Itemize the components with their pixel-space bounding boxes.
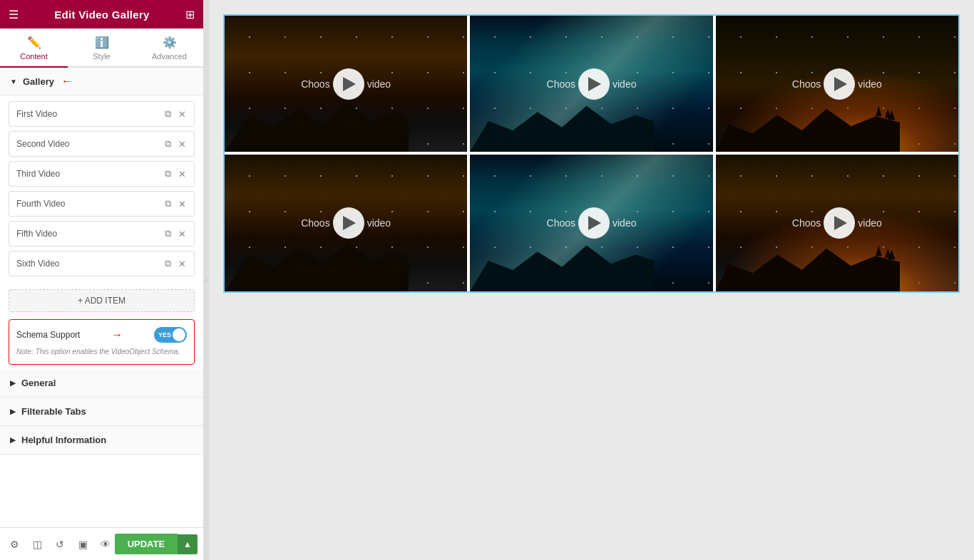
schema-arrow-icon: → [111,328,123,341]
video-text-6: video [858,217,881,229]
settings-icon[interactable]: ⚙ [6,536,23,553]
style-tab-label: Style [93,52,110,61]
canvas-area: Choos video Choos video [209,0,974,560]
video-cell-6[interactable]: Choos video [716,155,958,291]
video-cell-4[interactable]: Choos video [225,155,467,291]
schema-toggle[interactable]: YES [154,327,187,343]
gallery-item-5-delete-btn[interactable]: ✕ [175,227,190,241]
filterable-arrow-icon: ▶ [10,408,16,415]
update-button[interactable]: UPDATE [115,534,178,554]
advanced-tab-label: Advanced [152,52,187,61]
video-grid: Choos video Choos video [223,14,960,293]
add-item-label: + ADD ITEM [78,296,125,306]
play-btn-6[interactable] [824,207,855,239]
gallery-item-5-label: Fifth Video [14,229,161,239]
bottom-bar: ⚙ ◫ ↺ ▣ 👁 UPDATE ▲ [0,527,203,560]
gallery-item-6: Sixth Video ⧉ ✕ [9,251,195,276]
video-text-2: video [612,78,636,90]
filterable-label: Filterable Tabs [21,406,86,417]
gallery-item-2-copy-btn[interactable]: ⧉ [161,137,175,151]
gallery-item-5: Fifth Video ⧉ ✕ [9,221,195,247]
video-overlay-3: Choos video [716,16,958,152]
menu-icon[interactable]: ☰ [9,8,19,21]
general-label: General [21,378,56,388]
advanced-tab-icon: ⚙️ [163,36,177,49]
toggle-yes-label: YES [158,331,171,338]
history-icon[interactable]: ↺ [51,536,68,553]
tab-style[interactable]: ℹ️ Style [68,28,135,68]
play-triangle-5 [588,216,601,230]
video-overlay-1: Choos video [225,16,467,152]
play-btn-5[interactable] [578,207,610,239]
video-overlay-5: Choos video [470,155,712,291]
gallery-section-header[interactable]: ▼ Gallery ← [0,68,203,95]
gallery-item-2-delete-btn[interactable]: ✕ [175,138,190,151]
main-content: Choos video Choos video [209,0,974,560]
gallery-item-3-copy-btn[interactable]: ⧉ [161,167,175,181]
content-tab-label: Content [20,52,48,61]
choose-text-6: Choos [792,217,821,229]
bottom-bar-icons: ⚙ ◫ ↺ ▣ 👁 [6,536,114,553]
video-text-4: video [367,217,391,229]
play-btn-3[interactable] [824,68,855,100]
video-text-5: video [612,217,636,229]
general-section[interactable]: ▶ General [0,369,203,398]
video-text-3: video [858,78,881,90]
play-triangle-3 [834,77,847,91]
schema-section: Schema Support → YES Note: This option e… [9,319,195,365]
panel-tabs: ✏️ Content ℹ️ Style ⚙️ Advanced [0,28,203,68]
video-text-1: video [367,78,391,90]
gallery-item-1: First Video ⧉ ✕ [9,101,195,127]
update-dropdown-button[interactable]: ▲ [178,534,198,554]
grid-icon[interactable]: ⊞ [185,8,195,21]
play-btn-4[interactable] [333,207,364,239]
left-panel: ☰ Edit Video Gallery ⊞ ✏️ Content ℹ️ Sty… [0,0,203,560]
choose-text-3: Choos [792,78,821,90]
gallery-item-3-delete-btn[interactable]: ✕ [175,167,190,181]
helpful-label: Helpful Information [21,435,106,445]
gallery-item-6-delete-btn[interactable]: ✕ [175,257,190,271]
gallery-item-6-copy-btn[interactable]: ⧉ [161,256,175,271]
gallery-item-1-copy-btn[interactable]: ⧉ [161,107,175,121]
video-cell-5[interactable]: Choos video [470,155,712,291]
panel-title: Edit Video Gallery [54,9,150,21]
gallery-item-4-copy-btn[interactable]: ⧉ [161,197,175,211]
gallery-section-label: Gallery [23,76,54,87]
choose-text-2: Choos [547,78,575,90]
style-tab-icon: ℹ️ [95,36,109,49]
choose-text-4: Choos [301,217,329,229]
filterable-tabs-section[interactable]: ▶ Filterable Tabs [0,398,203,426]
video-cell-2[interactable]: Choos video [470,16,712,152]
play-btn-2[interactable] [578,68,610,100]
general-arrow-icon: ▶ [10,379,16,387]
add-item-button[interactable]: + ADD ITEM [9,289,195,312]
helpful-arrow-icon: ▶ [10,436,16,444]
eye-icon[interactable]: 👁 [97,536,114,553]
panel-body: ▼ Gallery ← First Video ⧉ ✕ Second Video… [0,68,203,527]
gallery-item-5-copy-btn[interactable]: ⧉ [161,227,175,241]
gallery-item-4-delete-btn[interactable]: ✕ [175,197,190,211]
content-tab-icon: ✏️ [27,36,41,49]
gallery-item-2-label: Second Video [14,139,161,149]
tab-advanced[interactable]: ⚙️ Advanced [135,28,203,68]
resize-handle[interactable]: · · · [203,0,209,560]
play-btn-1[interactable] [333,68,364,100]
gallery-item-1-delete-btn[interactable]: ✕ [175,108,190,121]
choose-text-1: Choos [301,78,329,90]
toggle-thumb [173,328,185,341]
helpful-info-section[interactable]: ▶ Helpful Information [0,426,203,455]
play-triangle-4 [343,216,356,230]
video-cell-1[interactable]: Choos video [225,16,467,152]
gallery-item-4: Fourth Video ⧉ ✕ [9,191,195,217]
video-cell-3[interactable]: Choos video [716,16,958,152]
tab-content[interactable]: ✏️ Content [0,28,68,68]
layers-icon[interactable]: ◫ [29,536,46,553]
play-triangle-1 [343,77,356,91]
responsive-icon[interactable]: ▣ [74,536,91,553]
gallery-items-list: First Video ⧉ ✕ Second Video ⧉ ✕ Third V… [0,95,203,286]
gallery-item-2: Second Video ⧉ ✕ [9,131,195,157]
update-btn-group: UPDATE ▲ [115,534,198,554]
video-overlay-2: Choos video [470,16,712,152]
schema-row: Schema Support → YES [16,327,187,343]
schema-note: Note: This option enables the VideoObjec… [16,347,187,357]
